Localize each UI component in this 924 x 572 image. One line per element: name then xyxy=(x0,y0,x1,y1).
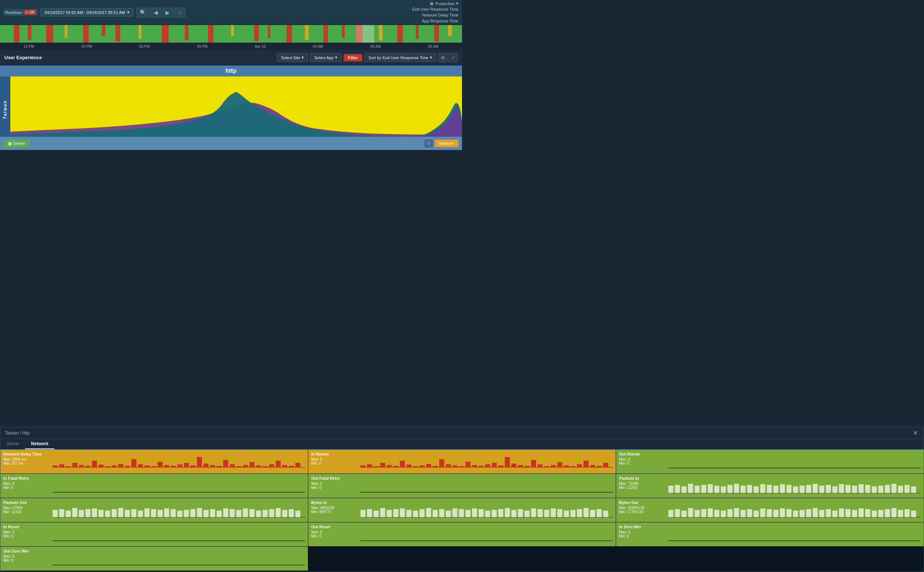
svg-rect-14 xyxy=(268,25,270,38)
svg-rect-3 xyxy=(46,25,53,43)
time-label-1: 03 PM xyxy=(81,45,92,48)
time-label-2: 06 PM xyxy=(139,45,150,48)
svg-rect-23 xyxy=(435,25,439,42)
svg-rect-2 xyxy=(28,25,31,40)
select-app-button[interactable]: Select App ▾ xyxy=(310,53,341,62)
svg-rect-9 xyxy=(162,25,169,43)
dropdown-arrow-site: ▾ xyxy=(302,55,304,60)
top-bar-right: 🏛 Production ▾ End User Response Time Ne… xyxy=(412,0,458,25)
time-label-7: 09 AM xyxy=(428,45,438,48)
svg-rect-11 xyxy=(208,25,213,43)
heatmap-svg xyxy=(0,25,462,43)
svg-rect-7 xyxy=(115,25,120,42)
server-button[interactable]: ▦ Server xyxy=(4,140,30,148)
sort-arrow: ▾ xyxy=(430,55,432,60)
time-label-3: 09 PM xyxy=(197,45,207,48)
svg-rect-16 xyxy=(305,25,309,40)
chart-title: http xyxy=(0,65,462,76)
top-bar: Realtime ✕ Off 04/16/2017 04:52 AM - 04/… xyxy=(0,0,462,25)
off-label: Off xyxy=(30,10,34,14)
svg-rect-1 xyxy=(14,25,20,43)
taiwan-label: Taiwan xyxy=(0,76,10,143)
star-button[interactable]: ☆ xyxy=(174,8,185,17)
sort-button[interactable]: Sort by End User Response Time ▾ xyxy=(365,53,436,62)
production-button[interactable]: 🏛 Production ▾ xyxy=(412,1,458,6)
dropdown-icon: ▾ xyxy=(456,1,458,6)
off-badge[interactable]: ✕ Off xyxy=(23,10,36,15)
realtime-badge: Realtime ✕ Off xyxy=(3,9,38,16)
ux-title: User Experience xyxy=(5,55,277,60)
legend-app-response: App Response Time xyxy=(412,19,458,23)
nav-buttons: 🔍 ◀ ▶ ☆ xyxy=(137,8,185,17)
svg-rect-8 xyxy=(139,25,142,39)
svg-rect-10 xyxy=(185,25,189,40)
svg-rect-18 xyxy=(342,25,345,38)
expand-button[interactable]: ⤢ xyxy=(449,53,458,62)
server-icon: ▦ xyxy=(8,141,12,146)
time-label-6: 06 AM xyxy=(371,45,381,48)
ux-header: User Experience Select Site ▾ Select App… xyxy=(0,50,462,65)
filter-button[interactable]: Filter xyxy=(344,54,362,61)
settings-button[interactable]: ⚙ xyxy=(424,139,433,148)
grid-view-button[interactable]: ⊞ xyxy=(438,53,447,62)
network-label: Network xyxy=(439,141,454,146)
chart-svg xyxy=(10,76,462,139)
time-range-value: 04/16/2017 04:52 AM - 04/16/2017 05:51 A… xyxy=(45,10,125,15)
time-range[interactable]: 04/16/2017 04:52 AM - 04/16/2017 05:51 A… xyxy=(41,8,134,17)
svg-rect-21 xyxy=(397,25,403,43)
main-chart-area: http Taiwan ▦ Server ⚙ xyxy=(0,65,462,150)
svg-rect-6 xyxy=(101,25,105,36)
zoom-in-button[interactable]: 🔍 xyxy=(137,8,150,17)
building-icon: 🏛 xyxy=(430,2,434,6)
dropdown-arrow-app: ▾ xyxy=(335,55,337,60)
time-label-0: 12 PM xyxy=(23,45,34,48)
close-icon: ✕ xyxy=(25,11,28,14)
chart-controls: ▦ Server ⚙ Network xyxy=(0,137,462,150)
svg-rect-25 xyxy=(356,25,374,43)
prev-button[interactable]: ◀ xyxy=(150,8,161,17)
dropdown-arrow: ▾ xyxy=(127,10,129,15)
select-site-label: Select Site xyxy=(281,56,301,60)
heatmap-canvas xyxy=(0,25,462,43)
svg-rect-12 xyxy=(231,25,234,36)
time-label-4: Apr 16 xyxy=(255,45,266,48)
legend-network-delay: Network Delay Time xyxy=(412,12,458,18)
svg-rect-5 xyxy=(83,25,89,43)
svg-rect-22 xyxy=(416,25,419,39)
chart-container: Taiwan xyxy=(0,76,462,143)
server-label: Server xyxy=(13,141,25,146)
heatmap-container: 12 PM 03 PM 06 PM 09 PM Apr 16 03 AM 06 … xyxy=(0,25,462,50)
ux-controls: Select Site ▾ Select App ▾ Filter Sort b… xyxy=(277,53,458,62)
next-button[interactable]: ▶ xyxy=(162,8,173,17)
chart-area xyxy=(10,76,462,143)
svg-rect-15 xyxy=(287,25,292,43)
time-label-5: 03 AM xyxy=(313,45,323,48)
time-labels: 12 PM 03 PM 06 PM 09 PM Apr 16 03 AM 06 … xyxy=(0,43,462,50)
sort-label: Sort by End User Response Time xyxy=(369,56,428,60)
svg-rect-4 xyxy=(65,25,68,38)
svg-rect-13 xyxy=(254,25,259,41)
production-label: Production xyxy=(435,2,455,6)
svg-rect-20 xyxy=(379,25,383,40)
svg-rect-24 xyxy=(448,25,452,36)
select-site-button[interactable]: Select Site ▾ xyxy=(277,53,308,62)
gear-network: ⚙ Network xyxy=(424,139,458,148)
svg-rect-17 xyxy=(323,25,328,43)
network-button[interactable]: Network xyxy=(435,140,458,147)
grid-icons: ⊞ ⤢ xyxy=(438,53,458,62)
legend-end-user: End User Response Time xyxy=(412,6,458,12)
select-app-label: Select App xyxy=(314,56,333,60)
realtime-label: Realtime xyxy=(5,10,22,15)
filter-label: Filter xyxy=(348,56,358,60)
